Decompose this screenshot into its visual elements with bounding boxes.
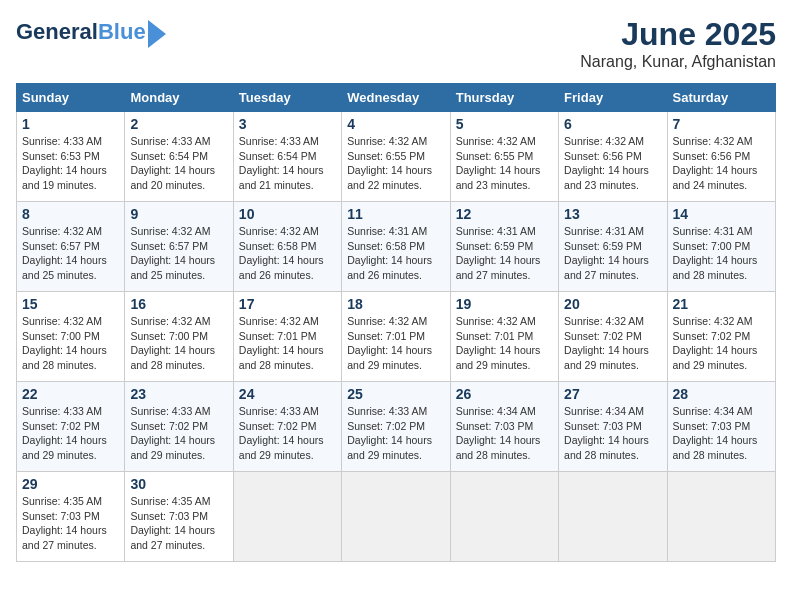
day-number: 18 (347, 296, 444, 312)
calendar-cell (233, 472, 341, 562)
calendar-cell: 30 Sunrise: 4:35 AM Sunset: 7:03 PM Dayl… (125, 472, 233, 562)
calendar-week-row: 1 Sunrise: 4:33 AM Sunset: 6:53 PM Dayli… (17, 112, 776, 202)
calendar-week-row: 8 Sunrise: 4:32 AM Sunset: 6:57 PM Dayli… (17, 202, 776, 292)
day-content: Sunrise: 4:34 AM Sunset: 7:03 PM Dayligh… (564, 404, 661, 463)
day-number: 15 (22, 296, 119, 312)
day-content: Sunrise: 4:35 AM Sunset: 7:03 PM Dayligh… (22, 494, 119, 553)
calendar-cell: 29 Sunrise: 4:35 AM Sunset: 7:03 PM Dayl… (17, 472, 125, 562)
day-content: Sunrise: 4:32 AM Sunset: 6:56 PM Dayligh… (564, 134, 661, 193)
calendar-cell: 28 Sunrise: 4:34 AM Sunset: 7:03 PM Dayl… (667, 382, 775, 472)
day-content: Sunrise: 4:33 AM Sunset: 7:02 PM Dayligh… (130, 404, 227, 463)
day-content: Sunrise: 4:32 AM Sunset: 7:00 PM Dayligh… (130, 314, 227, 373)
day-number: 3 (239, 116, 336, 132)
day-number: 6 (564, 116, 661, 132)
calendar-table: SundayMondayTuesdayWednesdayThursdayFrid… (16, 83, 776, 562)
calendar-cell: 5 Sunrise: 4:32 AM Sunset: 6:55 PM Dayli… (450, 112, 558, 202)
day-number: 28 (673, 386, 770, 402)
calendar-cell: 26 Sunrise: 4:34 AM Sunset: 7:03 PM Dayl… (450, 382, 558, 472)
calendar-cell: 15 Sunrise: 4:32 AM Sunset: 7:00 PM Dayl… (17, 292, 125, 382)
day-number: 17 (239, 296, 336, 312)
day-content: Sunrise: 4:33 AM Sunset: 7:02 PM Dayligh… (239, 404, 336, 463)
day-number: 29 (22, 476, 119, 492)
day-header-friday: Friday (559, 84, 667, 112)
calendar-cell: 13 Sunrise: 4:31 AM Sunset: 6:59 PM Dayl… (559, 202, 667, 292)
day-content: Sunrise: 4:31 AM Sunset: 6:59 PM Dayligh… (564, 224, 661, 283)
day-content: Sunrise: 4:32 AM Sunset: 6:57 PM Dayligh… (22, 224, 119, 283)
day-content: Sunrise: 4:32 AM Sunset: 7:02 PM Dayligh… (673, 314, 770, 373)
day-content: Sunrise: 4:35 AM Sunset: 7:03 PM Dayligh… (130, 494, 227, 553)
day-content: Sunrise: 4:32 AM Sunset: 6:56 PM Dayligh… (673, 134, 770, 193)
day-number: 13 (564, 206, 661, 222)
calendar-cell: 25 Sunrise: 4:33 AM Sunset: 7:02 PM Dayl… (342, 382, 450, 472)
calendar-cell: 2 Sunrise: 4:33 AM Sunset: 6:54 PM Dayli… (125, 112, 233, 202)
calendar-cell: 21 Sunrise: 4:32 AM Sunset: 7:02 PM Dayl… (667, 292, 775, 382)
calendar-cell: 3 Sunrise: 4:33 AM Sunset: 6:54 PM Dayli… (233, 112, 341, 202)
calendar-cell: 27 Sunrise: 4:34 AM Sunset: 7:03 PM Dayl… (559, 382, 667, 472)
day-number: 20 (564, 296, 661, 312)
day-number: 23 (130, 386, 227, 402)
day-number: 11 (347, 206, 444, 222)
day-content: Sunrise: 4:32 AM Sunset: 7:00 PM Dayligh… (22, 314, 119, 373)
day-number: 8 (22, 206, 119, 222)
calendar-cell: 11 Sunrise: 4:31 AM Sunset: 6:58 PM Dayl… (342, 202, 450, 292)
calendar-cell: 1 Sunrise: 4:33 AM Sunset: 6:53 PM Dayli… (17, 112, 125, 202)
day-header-saturday: Saturday (667, 84, 775, 112)
day-content: Sunrise: 4:32 AM Sunset: 7:01 PM Dayligh… (347, 314, 444, 373)
calendar-cell: 18 Sunrise: 4:32 AM Sunset: 7:01 PM Dayl… (342, 292, 450, 382)
day-number: 26 (456, 386, 553, 402)
calendar-cell (450, 472, 558, 562)
day-content: Sunrise: 4:31 AM Sunset: 6:59 PM Dayligh… (456, 224, 553, 283)
day-content: Sunrise: 4:32 AM Sunset: 6:58 PM Dayligh… (239, 224, 336, 283)
day-content: Sunrise: 4:32 AM Sunset: 6:55 PM Dayligh… (347, 134, 444, 193)
calendar-cell: 8 Sunrise: 4:32 AM Sunset: 6:57 PM Dayli… (17, 202, 125, 292)
day-header-sunday: Sunday (17, 84, 125, 112)
day-content: Sunrise: 4:34 AM Sunset: 7:03 PM Dayligh… (456, 404, 553, 463)
day-number: 1 (22, 116, 119, 132)
calendar-cell: 22 Sunrise: 4:33 AM Sunset: 7:02 PM Dayl… (17, 382, 125, 472)
day-content: Sunrise: 4:31 AM Sunset: 7:00 PM Dayligh… (673, 224, 770, 283)
day-number: 22 (22, 386, 119, 402)
calendar-cell: 16 Sunrise: 4:32 AM Sunset: 7:00 PM Dayl… (125, 292, 233, 382)
calendar-week-row: 29 Sunrise: 4:35 AM Sunset: 7:03 PM Dayl… (17, 472, 776, 562)
calendar-cell: 10 Sunrise: 4:32 AM Sunset: 6:58 PM Dayl… (233, 202, 341, 292)
day-content: Sunrise: 4:33 AM Sunset: 7:02 PM Dayligh… (22, 404, 119, 463)
logo-text: GeneralBlue (16, 20, 146, 44)
day-content: Sunrise: 4:34 AM Sunset: 7:03 PM Dayligh… (673, 404, 770, 463)
page-header: GeneralBlue June 2025 Narang, Kunar, Afg… (16, 16, 776, 71)
calendar-cell: 20 Sunrise: 4:32 AM Sunset: 7:02 PM Dayl… (559, 292, 667, 382)
title-block: June 2025 Narang, Kunar, Afghanistan (580, 16, 776, 71)
day-content: Sunrise: 4:32 AM Sunset: 7:01 PM Dayligh… (239, 314, 336, 373)
calendar-cell: 9 Sunrise: 4:32 AM Sunset: 6:57 PM Dayli… (125, 202, 233, 292)
day-content: Sunrise: 4:31 AM Sunset: 6:58 PM Dayligh… (347, 224, 444, 283)
day-number: 14 (673, 206, 770, 222)
day-content: Sunrise: 4:33 AM Sunset: 6:54 PM Dayligh… (239, 134, 336, 193)
day-number: 2 (130, 116, 227, 132)
calendar-cell: 23 Sunrise: 4:33 AM Sunset: 7:02 PM Dayl… (125, 382, 233, 472)
day-number: 30 (130, 476, 227, 492)
month-title: June 2025 (580, 16, 776, 53)
day-header-wednesday: Wednesday (342, 84, 450, 112)
logo-arrow-icon (148, 20, 166, 48)
day-number: 4 (347, 116, 444, 132)
calendar-cell: 14 Sunrise: 4:31 AM Sunset: 7:00 PM Dayl… (667, 202, 775, 292)
logo: GeneralBlue (16, 16, 166, 48)
calendar-cell: 19 Sunrise: 4:32 AM Sunset: 7:01 PM Dayl… (450, 292, 558, 382)
day-content: Sunrise: 4:32 AM Sunset: 7:01 PM Dayligh… (456, 314, 553, 373)
day-content: Sunrise: 4:32 AM Sunset: 6:57 PM Dayligh… (130, 224, 227, 283)
day-number: 5 (456, 116, 553, 132)
day-header-thursday: Thursday (450, 84, 558, 112)
calendar-cell (667, 472, 775, 562)
location-title: Narang, Kunar, Afghanistan (580, 53, 776, 71)
day-number: 10 (239, 206, 336, 222)
day-content: Sunrise: 4:33 AM Sunset: 6:53 PM Dayligh… (22, 134, 119, 193)
calendar-cell (342, 472, 450, 562)
day-number: 7 (673, 116, 770, 132)
calendar-cell: 7 Sunrise: 4:32 AM Sunset: 6:56 PM Dayli… (667, 112, 775, 202)
day-number: 9 (130, 206, 227, 222)
calendar-cell: 17 Sunrise: 4:32 AM Sunset: 7:01 PM Dayl… (233, 292, 341, 382)
day-content: Sunrise: 4:33 AM Sunset: 6:54 PM Dayligh… (130, 134, 227, 193)
day-content: Sunrise: 4:32 AM Sunset: 6:55 PM Dayligh… (456, 134, 553, 193)
calendar-cell: 6 Sunrise: 4:32 AM Sunset: 6:56 PM Dayli… (559, 112, 667, 202)
day-number: 24 (239, 386, 336, 402)
calendar-cell: 24 Sunrise: 4:33 AM Sunset: 7:02 PM Dayl… (233, 382, 341, 472)
